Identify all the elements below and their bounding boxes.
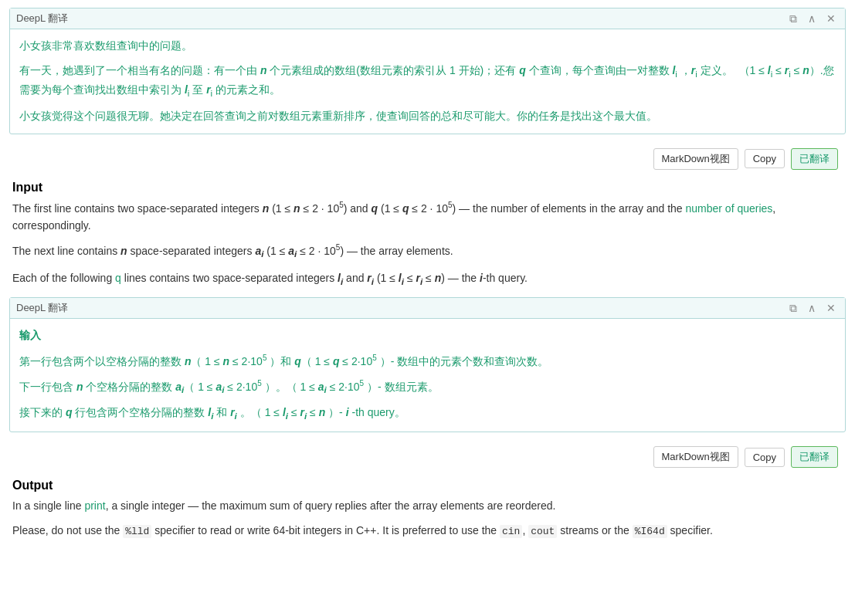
deepl-translation-box-2: DeepL 翻译 ⧉ ∧ ✕ 输入 第一行包含两个以空格分隔的整数 n（ 1 ≤… — [9, 297, 846, 432]
deepl-content-1: 小女孩非常喜欢数组查询中的问题。 有一天，她遇到了一个相当有名的问题：有一个由 … — [10, 29, 845, 134]
deepl-header-icons-2: ⧉ ∧ ✕ — [786, 301, 839, 315]
deepl-line-1-2: 有一天，她遇到了一个相当有名的问题：有一个由 n 个元素组成的数组(数组元素的索… — [19, 62, 836, 101]
output-section: Output In a single line print, a single … — [9, 474, 846, 548]
deepl-line-1-3: 小女孩觉得这个问题很无聊。她决定在回答查询之前对数组元素重新排序，使查询回答的总… — [19, 107, 836, 126]
deepl-content-2: 输入 第一行包含两个以空格分隔的整数 n（ 1 ≤ n ≤ 2·105 ）和 q… — [10, 319, 845, 432]
markdown-view-btn-1[interactable]: MarkDown视图 — [653, 148, 738, 170]
translation-toolbar-1: MarkDown视图 Copy 已翻译 — [9, 142, 846, 176]
deepl-header-2: DeepL 翻译 ⧉ ∧ ✕ — [10, 298, 845, 319]
input-para-3: Each of the following q lines contains t… — [12, 269, 843, 289]
deepl-line-1-1: 小女孩非常喜欢数组查询中的问题。 — [19, 37, 836, 56]
deepl-title-2: DeepL 翻译 — [16, 301, 68, 315]
deepl-line-2-2: 下一行包含 n 个空格分隔的整数 ai（ 1 ≤ ai ≤ 2·105 ）。（ … — [19, 377, 836, 398]
deepl-close-btn-1[interactable]: ✕ — [823, 12, 839, 25]
deepl-translation-box-1: DeepL 翻译 ⧉ ∧ ✕ 小女孩非常喜欢数组查询中的问题。 有一天，她遇到了… — [9, 8, 846, 134]
copy-btn-1[interactable]: Copy — [745, 149, 785, 168]
output-para-2: Please, do not use the %lld specifier to… — [12, 522, 843, 540]
input-para-1: The first line contains two space-separa… — [12, 199, 843, 234]
deepl-line-2-1: 第一行包含两个以空格分隔的整数 n（ 1 ≤ n ≤ 2·105 ）和 q（ 1… — [19, 351, 836, 371]
translated-btn-1[interactable]: 已翻译 — [791, 148, 838, 170]
input-para-2: The next line contains n space-separated… — [12, 242, 843, 262]
markdown-view-btn-2[interactable]: MarkDown视图 — [653, 446, 738, 468]
deepl-line-2-0: 输入 — [19, 327, 836, 345]
deepl-copy-icon-btn-2[interactable]: ⧉ — [786, 301, 800, 315]
deepl-header-icons-1: ⧉ ∧ ✕ — [786, 12, 839, 25]
copy-btn-2[interactable]: Copy — [745, 448, 785, 467]
output-heading: Output — [12, 479, 843, 492]
deepl-header-1: DeepL 翻译 ⧉ ∧ ✕ — [10, 8, 845, 29]
deepl-line-2-3: 接下来的 q 行包含两个空格分隔的整数 li 和 ri 。（ 1 ≤ li ≤ … — [19, 404, 836, 424]
deepl-collapse-btn-2[interactable]: ∧ — [805, 301, 819, 315]
deepl-copy-icon-btn-1[interactable]: ⧉ — [786, 12, 800, 25]
input-heading: Input — [12, 181, 843, 195]
input-section: Input The first line contains two space-… — [9, 176, 846, 297]
output-para-1: In a single line print, a single integer… — [12, 497, 843, 514]
deepl-close-btn-2[interactable]: ✕ — [823, 301, 839, 315]
translated-btn-2[interactable]: 已翻译 — [791, 446, 838, 468]
deepl-collapse-btn-1[interactable]: ∧ — [805, 12, 819, 25]
translation-toolbar-2: MarkDown视图 Copy 已翻译 — [9, 440, 846, 474]
deepl-title-1: DeepL 翻译 — [16, 12, 68, 25]
